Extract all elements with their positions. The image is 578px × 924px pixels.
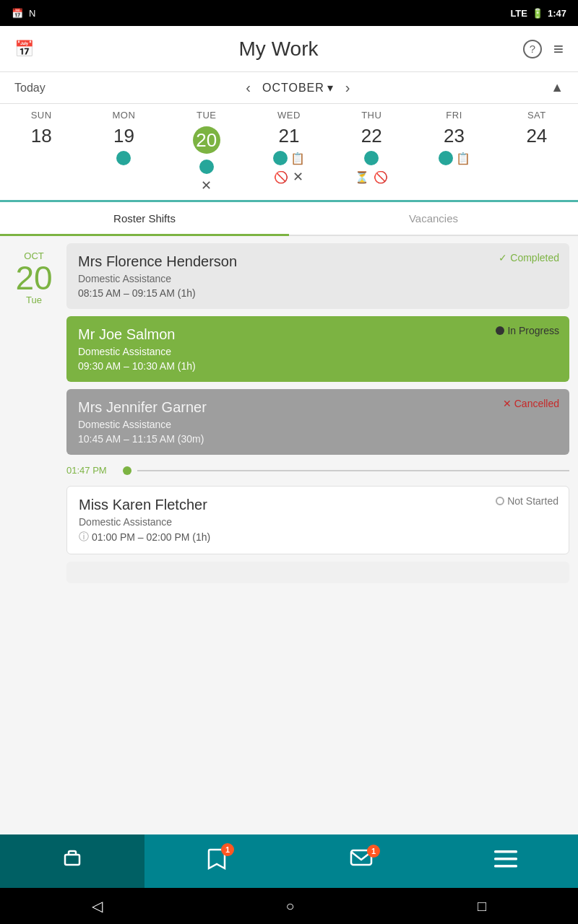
shift-card-jennifer[interactable]: ✕ Cancelled Mrs Jennifer Garner Domestic…	[66, 389, 569, 455]
shift-card-florence[interactable]: ✓ Completed Mrs Florence Henderson Domes…	[66, 243, 569, 309]
day-header-tue: TUE	[165, 104, 248, 123]
dot-19	[116, 151, 131, 165]
day-number-18: 18	[0, 126, 82, 145]
time-display: 1:47	[548, 8, 566, 19]
home-button[interactable]: ○	[285, 898, 294, 915]
day-indicators-20	[165, 157, 248, 177]
in-progress-dot-icon	[496, 326, 504, 335]
nav-item-work[interactable]	[0, 834, 144, 888]
day-icons-19	[82, 168, 165, 186]
filter-button[interactable]: ≡	[553, 39, 564, 59]
day-icons-23	[413, 168, 495, 186]
day-18[interactable]: 18	[0, 123, 82, 200]
dropdown-arrow-icon: ▾	[327, 81, 334, 95]
day-icons-21: 🚫 ✕	[248, 168, 330, 186]
date-sidebar: OCT 20 Tue	[9, 243, 59, 866]
time-icon: ⓘ	[79, 531, 89, 544]
shift-card-karen[interactable]: Not Started Miss Karen Fletcher Domestic…	[66, 486, 569, 554]
nav-item-menu[interactable]	[434, 834, 578, 888]
main-content: OCT 20 Tue ✓ Completed Mrs Florence Hend…	[0, 236, 578, 873]
shift-time-florence: 08:15 AM – 09:15 AM (1h)	[78, 287, 558, 299]
cards-column: ✓ Completed Mrs Florence Henderson Domes…	[66, 243, 569, 866]
next-month-button[interactable]: ›	[345, 79, 350, 96]
day-22[interactable]: 22 ⏳ 🚫	[330, 123, 413, 200]
header-right-icons: ? ≡	[523, 39, 564, 59]
tab-roster-shifts[interactable]: Roster Shifts	[0, 202, 289, 235]
day-indicators-22	[330, 148, 413, 168]
cancelled-x-icon: ✕	[503, 398, 512, 409]
tab-vacancies[interactable]: Vacancies	[289, 202, 578, 235]
clipboard-icon-21: 📋	[290, 152, 305, 165]
shift-status-not-started: Not Started	[496, 495, 558, 507]
page-title: My Work	[34, 38, 523, 61]
dot-21	[273, 151, 288, 165]
day-number-23: 23	[413, 126, 495, 145]
day-header-sun: SUN	[0, 104, 82, 123]
month-nav: ‹ OCTOBER ▾ ›	[46, 79, 551, 96]
day-19[interactable]: 19	[82, 123, 165, 200]
checkmark-icon: ✓	[499, 252, 507, 263]
tabs: Roster Shifts Vacancies	[0, 202, 578, 236]
calendar-grid: SUN MON TUE WED THU FRI SAT 18 19 20	[0, 104, 578, 202]
bookmarks-icon: 1	[207, 847, 227, 876]
day-headers: SUN MON TUE WED THU FRI SAT	[0, 104, 578, 123]
shift-name-florence: Mrs Florence Henderson	[78, 253, 558, 270]
day-number-24: 24	[496, 126, 578, 145]
dot-20	[199, 160, 214, 174]
status-bar: 📅 N LTE 🔋 1:47	[0, 0, 578, 26]
day-20[interactable]: 20 ✕	[165, 123, 248, 200]
shift-status-completed: ✓ Completed	[499, 252, 559, 263]
collapse-calendar-button[interactable]: ▲	[551, 80, 564, 95]
messages-badge: 1	[367, 845, 380, 858]
shift-service-joe: Domestic Assistance	[78, 346, 558, 357]
nav-item-messages[interactable]: 1	[289, 834, 434, 888]
recent-apps-button[interactable]: □	[478, 898, 486, 915]
today-button[interactable]: Today	[14, 82, 46, 95]
cross-icon-21: ✕	[293, 169, 303, 185]
time-marker-label: 01:47 PM	[66, 465, 117, 476]
svg-rect-0	[65, 855, 79, 865]
day-number-19: 19	[82, 126, 165, 145]
nav-item-bookmarks[interactable]: 1	[144, 834, 289, 888]
date-day: 20	[9, 261, 59, 295]
shift-name-jennifer: Mrs Jennifer Garner	[78, 399, 558, 416]
calendar-nav: Today ‹ OCTOBER ▾ › ▲	[0, 72, 578, 104]
shift-time-joe: 09:30 AM – 10:30 AM (1h)	[78, 360, 558, 372]
day-row: 18 19 20 ✕ 21 📋	[0, 123, 578, 200]
day-21[interactable]: 21 📋 🚫 ✕	[248, 123, 330, 200]
android-nav: ◁ ○ □	[0, 888, 578, 924]
day-icons-24	[496, 168, 578, 186]
top-bar: 📅 My Work ? ≡	[0, 26, 578, 72]
cross-icon-20: ✕	[201, 178, 212, 193]
day-23[interactable]: 23 📋	[413, 123, 495, 200]
day-24[interactable]: 24	[496, 123, 578, 200]
work-icon	[61, 847, 84, 876]
help-icon: ?	[523, 40, 542, 58]
day-icons-22: ⏳ 🚫	[330, 168, 413, 186]
calendar-icon: 📅	[14, 40, 34, 58]
no-icon-21: 🚫	[274, 170, 288, 184]
day-indicators-18	[0, 148, 82, 168]
shift-time-karen: ⓘ 01:00 PM – 02:00 PM (1h)	[79, 531, 557, 544]
partial-card	[66, 562, 569, 583]
day-indicators-19	[82, 148, 165, 168]
month-label: OCTOBER ▾	[262, 81, 334, 95]
svg-rect-2	[494, 850, 517, 853]
status-bar-right: LTE 🔋 1:47	[510, 8, 566, 19]
day-icons-18	[0, 168, 82, 186]
shift-service-florence: Domestic Assistance	[78, 273, 558, 284]
back-button[interactable]: ◁	[92, 897, 103, 915]
no-icon-22: 🚫	[374, 170, 388, 184]
day-header-thu: THU	[330, 104, 413, 123]
prev-month-button[interactable]: ‹	[246, 79, 251, 96]
help-button[interactable]: ?	[523, 40, 542, 58]
dot-23	[439, 151, 453, 165]
not-started-circle-icon	[496, 497, 504, 505]
day-header-fri: FRI	[413, 104, 495, 123]
hourglass-icon-22: ⏳	[355, 170, 369, 184]
calendar-icon-button[interactable]: 📅	[14, 40, 34, 58]
shift-card-joe[interactable]: In Progress Mr Joe Salmon Domestic Assis…	[66, 316, 569, 382]
svg-rect-4	[494, 865, 517, 868]
day-indicators-21: 📋	[248, 148, 330, 168]
day-header-sat: SAT	[496, 104, 578, 123]
